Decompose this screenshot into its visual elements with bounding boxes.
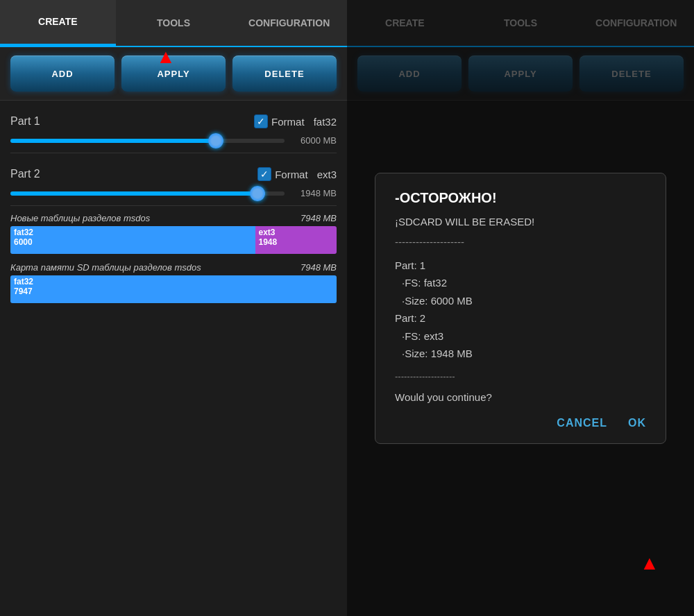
sd-table-header: Карта памяти SD таблицы разделов msdos 7… <box>10 262 337 273</box>
bar-ext3-label: ext3 <box>259 228 276 237</box>
dialog-part1-size: ·Size: 6000 MB <box>395 292 646 310</box>
add-button[interactable]: ADD <box>10 55 115 92</box>
part1-section: Part 1 ✓ Format fat32 6000 MB <box>10 108 337 153</box>
part1-slider-row: 6000 MB <box>10 135 337 146</box>
part1-header: Part 1 ✓ Format fat32 <box>10 114 337 128</box>
warning-dialog: -ОСТОРОЖНО! ¡SDCARD WILL BE ERASED! ----… <box>375 173 666 444</box>
part2-checkbox-wrap[interactable]: ✓ Format <box>257 167 308 181</box>
part2-format-value: ext3 <box>317 169 337 180</box>
dialog-overlay: -ОСТОРОЖНО! ¡SDCARD WILL BE ERASED! ----… <box>347 0 694 616</box>
new-table-label: Новые таблицы разделов msdos <box>10 213 150 223</box>
left-tab-configuration[interactable]: CONFIGURATION <box>231 0 347 46</box>
part1-slider-thumb[interactable] <box>208 133 223 148</box>
sd-table-total: 7948 MB <box>301 262 337 273</box>
dialog-part2-fs: ·FS: ext3 <box>395 327 646 345</box>
cancel-button[interactable]: CANCEL <box>557 417 607 429</box>
left-content: Part 1 ✓ Format fat32 6000 MB <box>0 101 347 616</box>
part2-slider-track[interactable] <box>10 191 285 196</box>
part1-format-label: Format <box>271 116 305 128</box>
left-tab-bar: CREATE TOOLS CONFIGURATION <box>0 0 347 47</box>
part1-label: Part 1 <box>10 115 40 128</box>
new-table-header: Новые таблицы разделов msdos 7948 MB <box>10 213 337 223</box>
dialog-buttons: CANCEL OK <box>395 417 646 429</box>
dialog-divider: -------------------- <box>395 233 646 251</box>
part2-format-label: Format <box>275 169 308 180</box>
sd-table-bar: fat32 7947 <box>10 275 337 303</box>
part2-slider-row: 1948 MB <box>10 188 337 198</box>
bar-ext3-size: 1948 <box>259 237 278 247</box>
part1-checkbox-icon: ✓ <box>254 114 268 128</box>
dialog-warning: ¡SDCARD WILL BE ERASED! <box>395 213 646 231</box>
dialog-part1: Part: 1 <box>395 257 646 275</box>
dialog-divider2: -------------------- <box>395 371 646 382</box>
left-panel: ▼ CREATE TOOLS CONFIGURATION ADD APPLY D… <box>0 0 347 616</box>
bar-sd-fat32: fat32 7947 <box>10 275 337 303</box>
new-table-section: Новые таблицы разделов msdos 7948 MB fat… <box>10 213 337 254</box>
bar-ext3: ext3 1948 <box>255 226 337 254</box>
new-table-bar: fat32 6000 ext3 1948 <box>10 226 337 254</box>
sd-table-section: Карта памяти SD таблицы разделов msdos 7… <box>10 262 337 303</box>
part2-section: Part 2 ✓ Format ext3 1948 MB <box>10 160 337 206</box>
part2-slider-thumb[interactable] <box>250 186 265 201</box>
left-toolbar: ADD APPLY DELETE <box>0 47 347 101</box>
apply-button[interactable]: APPLY <box>121 55 226 92</box>
dialog-question: Would you continue? <box>395 391 646 403</box>
dialog-part2: Part: 2 <box>395 309 646 327</box>
right-panel: CREATE TOOLS CONFIGURATION ADD APPLY DEL… <box>347 0 694 616</box>
bar-sd-fat32-size: 7947 <box>14 286 33 296</box>
part1-slider-fill <box>10 139 216 143</box>
part2-size: 1948 MB <box>291 188 337 198</box>
part1-size: 6000 MB <box>291 135 337 146</box>
part2-format-group: ✓ Format ext3 <box>257 167 337 181</box>
part1-checkbox-wrap[interactable]: ✓ Format <box>254 114 305 128</box>
part2-label: Part 2 <box>10 168 40 180</box>
bar-fat32: fat32 6000 <box>10 226 255 254</box>
bar-sd-fat32-label: fat32 <box>14 277 33 286</box>
delete-button[interactable]: DELETE <box>232 55 337 92</box>
sd-table-label: Карта памяти SD таблицы разделов msdos <box>10 262 201 273</box>
new-table-total: 7948 MB <box>301 213 337 223</box>
dialog-part2-size: ·Size: 1948 MB <box>395 345 646 363</box>
left-tab-tools[interactable]: TOOLS <box>116 0 232 46</box>
ok-button[interactable]: OK <box>628 417 646 429</box>
dialog-title: -ОСТОРОЖНО! <box>395 190 646 206</box>
dialog-part1-fs: ·FS: fat32 <box>395 274 646 292</box>
part1-format-value: fat32 <box>314 116 337 128</box>
dialog-body: ¡SDCARD WILL BE ERASED! ----------------… <box>395 213 646 363</box>
bar-fat32-label: fat32 <box>14 228 33 237</box>
part2-slider-fill <box>10 191 257 196</box>
left-tab-create[interactable]: CREATE <box>0 0 116 46</box>
part1-slider-track[interactable] <box>10 139 285 143</box>
part2-checkbox-icon: ✓ <box>257 167 271 181</box>
part1-format-group: ✓ Format fat32 <box>254 114 337 128</box>
bar-fat32-size: 6000 <box>14 237 33 247</box>
part2-header: Part 2 ✓ Format ext3 <box>10 167 337 181</box>
